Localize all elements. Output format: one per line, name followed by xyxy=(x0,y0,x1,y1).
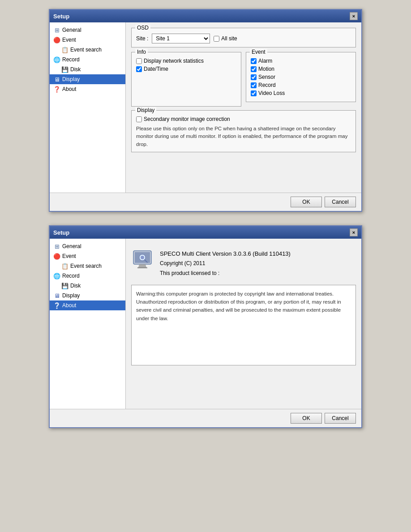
sidebar-item-about-2[interactable]: ❓ About xyxy=(50,300,125,310)
cancel-button-1[interactable]: Cancel xyxy=(325,197,356,207)
sidebar-1: ⊞ General 🔴 Event 📋 Event search 🌐 Recor… xyxy=(50,22,126,193)
all-site-row: All site xyxy=(214,35,237,42)
info-column: Info Display network statistics Date/Tim… xyxy=(131,52,241,107)
dialog-body-1: ⊞ General 🔴 Event 📋 Event search 🌐 Recor… xyxy=(50,22,361,193)
dialog-display: Setup × ⊞ General 🔴 Event 📋 Event search xyxy=(49,9,362,212)
record-label: Record xyxy=(258,82,276,88)
svg-point-5 xyxy=(141,256,144,259)
secondary-monitor-checkbox[interactable] xyxy=(136,116,142,122)
about-product-icon xyxy=(131,249,154,271)
check-secondary-monitor: Secondary monitor image correction xyxy=(136,116,351,122)
svg-rect-3 xyxy=(137,267,147,268)
dialog-title-2: Setup xyxy=(53,229,69,236)
osd-group: OSD Site : Site 1 All site xyxy=(131,28,356,47)
alarm-checkbox[interactable] xyxy=(251,58,257,64)
main-content-2: SPECO Multi Client Version 3.0.3.6 (Buil… xyxy=(126,239,361,409)
sidebar-label-eventsearch-1: Event search xyxy=(70,47,102,53)
ok-button-1[interactable]: OK xyxy=(291,197,322,207)
sidebar-2: ⊞ General 🔴 Event 📋 Event search 🌐 Recor… xyxy=(50,239,126,409)
sidebar-label-event-1: Event xyxy=(62,37,76,43)
info-event-columns: Info Display network statistics Date/Tim… xyxy=(131,52,356,107)
page-wrapper: Setup × ⊞ General 🔴 Event 📋 Event search xyxy=(9,9,402,428)
osd-content: Site : Site 1 All site xyxy=(136,34,351,43)
sidebar-label-about-2: About xyxy=(62,302,76,309)
sidebar-label-general-1: General xyxy=(62,27,81,33)
sidebar-label-general-2: General xyxy=(62,243,81,249)
site-label: Site : xyxy=(136,35,148,42)
videoloss-label: Video Loss xyxy=(258,90,285,96)
check-datetime: Date/Time xyxy=(136,66,236,72)
disk-icon-2: 💾 xyxy=(61,282,68,289)
event-icon-2: 🔴 xyxy=(53,253,60,260)
cancel-button-2[interactable]: Cancel xyxy=(325,413,356,424)
site-select[interactable]: Site 1 xyxy=(152,34,210,43)
secondary-monitor-label: Secondary monitor image correction xyxy=(144,116,230,122)
sidebar-item-display-1[interactable]: 🖥 Display xyxy=(50,74,125,84)
datetime-label: Date/Time xyxy=(144,66,168,72)
sidebar-item-record-1[interactable]: 🌐 Record xyxy=(50,55,125,64)
sidebar-item-disk-1[interactable]: 💾 Disk xyxy=(50,64,125,74)
all-site-checkbox[interactable] xyxy=(214,36,219,42)
videoloss-checkbox[interactable] xyxy=(251,90,257,96)
sidebar-item-record-2[interactable]: 🌐 Record xyxy=(50,271,125,281)
display-icon-2: 🖥 xyxy=(53,292,60,299)
event-column: Event Alarm Motion xyxy=(246,52,356,107)
info-group-label: Info xyxy=(135,49,148,55)
about-icon-2: ❓ xyxy=(53,302,60,309)
close-button-2[interactable]: × xyxy=(350,228,358,236)
sidebar-label-display-1: Display xyxy=(62,76,80,82)
sidebar-label-event-2: Event xyxy=(62,253,76,259)
dialog-footer-1: OK Cancel xyxy=(50,193,361,211)
dialog-titlebar-2: Setup × xyxy=(50,226,361,239)
network-stats-checkbox[interactable] xyxy=(136,58,142,64)
record-checkbox[interactable] xyxy=(251,82,257,88)
sidebar-item-event-2[interactable]: 🔴 Event xyxy=(50,251,125,261)
record-icon-2: 🌐 xyxy=(53,272,60,279)
sensor-label: Sensor xyxy=(258,74,275,80)
sidebar-item-general-2[interactable]: ⊞ General xyxy=(50,241,125,251)
record-icon-1: 🌐 xyxy=(53,56,60,63)
svg-marker-2 xyxy=(138,264,146,267)
all-site-label: All site xyxy=(221,35,237,42)
sidebar-item-eventsearch-2[interactable]: 📋 Event search xyxy=(50,261,125,271)
sidebar-item-display-2[interactable]: 🖥 Display xyxy=(50,291,125,300)
eventsearch-icon-1: 📋 xyxy=(61,46,68,53)
ok-button-2[interactable]: OK xyxy=(291,413,322,424)
sidebar-label-record-2: Record xyxy=(62,273,80,279)
eventsearch-icon-2: 📋 xyxy=(61,262,68,270)
dialog-title-1: Setup xyxy=(53,13,69,20)
sidebar-label-disk-1: Disk xyxy=(70,66,81,73)
about-copyright: Copyright (C) 2011 xyxy=(160,259,291,269)
about-text: SPECO Multi Client Version 3.0.3.6 (Buil… xyxy=(160,249,291,279)
about-icon-1: ❓ xyxy=(53,86,60,93)
sidebar-label-record-1: Record xyxy=(62,56,80,63)
sidebar-item-about-1[interactable]: ❓ About xyxy=(50,84,125,94)
sidebar-item-general-1[interactable]: ⊞ General xyxy=(50,25,125,35)
motion-checkbox[interactable] xyxy=(251,66,257,72)
sidebar-item-disk-2[interactable]: 💾 Disk xyxy=(50,281,125,291)
main-content-1: OSD Site : Site 1 All site xyxy=(126,22,361,193)
about-content: SPECO Multi Client Version 3.0.3.6 (Buil… xyxy=(131,244,356,370)
display-icon-1: 🖥 xyxy=(53,76,60,83)
display-content: Secondary monitor image correction Pleas… xyxy=(136,116,351,148)
sidebar-label-eventsearch-2: Event search xyxy=(70,263,102,269)
display-group-label: Display xyxy=(135,107,156,113)
about-version: SPECO Multi Client Version 3.0.3.6 (Buil… xyxy=(160,249,291,259)
dialog-body-2: ⊞ General 🔴 Event 📋 Event search 🌐 Recor… xyxy=(50,239,361,409)
info-content: Display network statistics Date/Time xyxy=(136,58,236,72)
alarm-label: Alarm xyxy=(258,58,272,64)
general-icon-1: ⊞ xyxy=(53,26,60,34)
check-record: Record xyxy=(251,82,351,88)
check-alarm: Alarm xyxy=(251,58,351,64)
event-group: Event Alarm Motion xyxy=(246,52,356,102)
close-button-1[interactable]: × xyxy=(350,12,358,20)
display-group: Display Secondary monitor image correcti… xyxy=(131,110,356,152)
check-network-stats: Display network statistics xyxy=(136,58,236,64)
datetime-checkbox[interactable] xyxy=(136,66,142,72)
sidebar-item-event-1[interactable]: 🔴 Event xyxy=(50,35,125,45)
dialog-about: Setup × ⊞ General 🔴 Event 📋 Event search xyxy=(49,225,362,428)
event-content: Alarm Motion Sensor xyxy=(251,58,351,96)
check-sensor: Sensor xyxy=(251,74,351,80)
sidebar-item-eventsearch-1[interactable]: 📋 Event search xyxy=(50,45,125,55)
sensor-checkbox[interactable] xyxy=(251,74,257,80)
